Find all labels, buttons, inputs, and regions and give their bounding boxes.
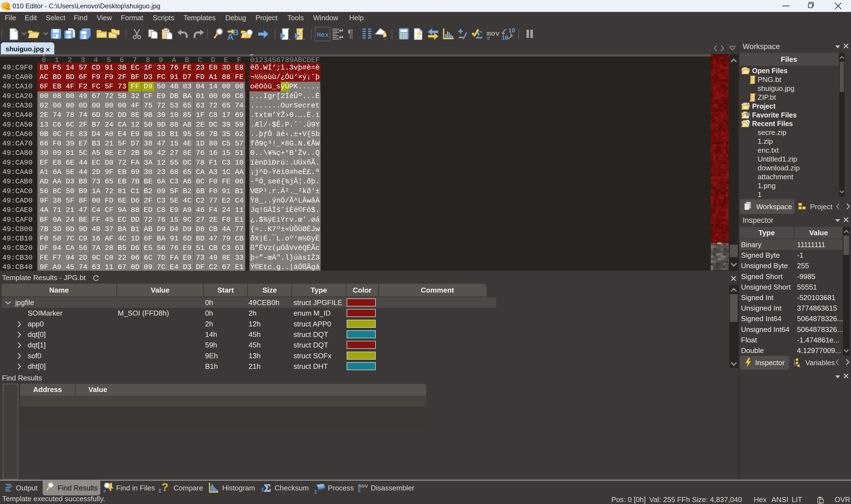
svg-text:?: ? [162,482,168,493]
svg-text:?: ? [416,31,421,40]
svg-text:mov: mov [487,30,500,38]
svg-text:16: 16 [502,34,508,41]
svg-text:10: 10 [508,28,515,34]
svg-text:Σ: Σ [264,482,271,494]
svg-text:B: B [233,28,239,37]
svg-text:mov: mov [358,483,368,489]
svg-text:¶: ¶ [347,28,353,40]
